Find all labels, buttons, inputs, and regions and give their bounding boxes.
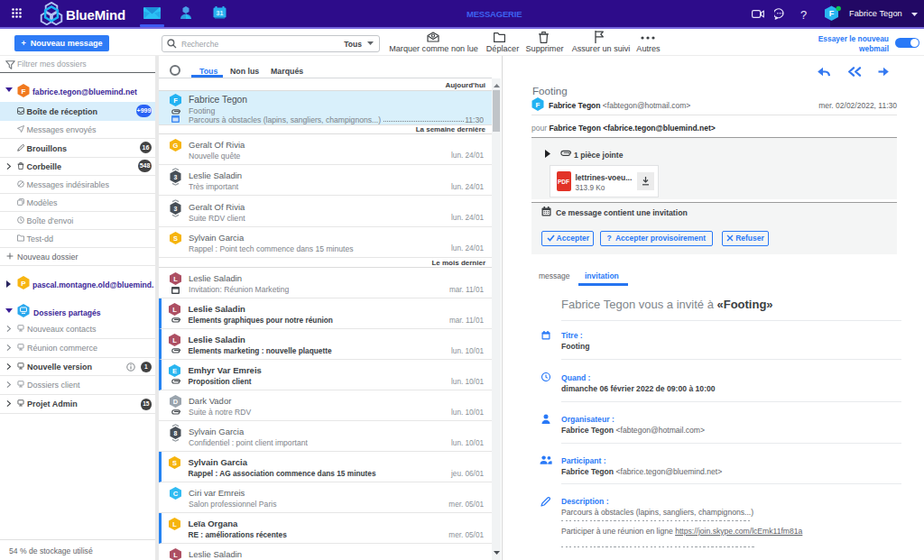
svg-text:F: F xyxy=(536,101,541,109)
svg-text:L: L xyxy=(173,551,178,559)
svg-text:8: 8 xyxy=(173,430,177,436)
svg-text:L: L xyxy=(172,336,177,344)
svg-text:S: S xyxy=(172,459,177,467)
svg-text:F: F xyxy=(829,9,835,18)
svg-text:L: L xyxy=(172,520,177,528)
svg-text:31: 31 xyxy=(217,10,224,16)
svg-text:L: L xyxy=(172,306,177,314)
svg-text:E: E xyxy=(172,367,177,375)
svg-text:L: L xyxy=(173,275,178,283)
svg-text:C: C xyxy=(172,490,178,498)
svg-text:3: 3 xyxy=(173,174,177,180)
svg-text:G: G xyxy=(172,142,178,150)
svg-text:D: D xyxy=(172,398,178,406)
svg-text:F: F xyxy=(22,87,26,96)
svg-text:F: F xyxy=(173,96,178,105)
svg-text:3: 3 xyxy=(173,205,177,211)
svg-text:P: P xyxy=(21,280,26,288)
svg-text:S: S xyxy=(172,234,177,243)
